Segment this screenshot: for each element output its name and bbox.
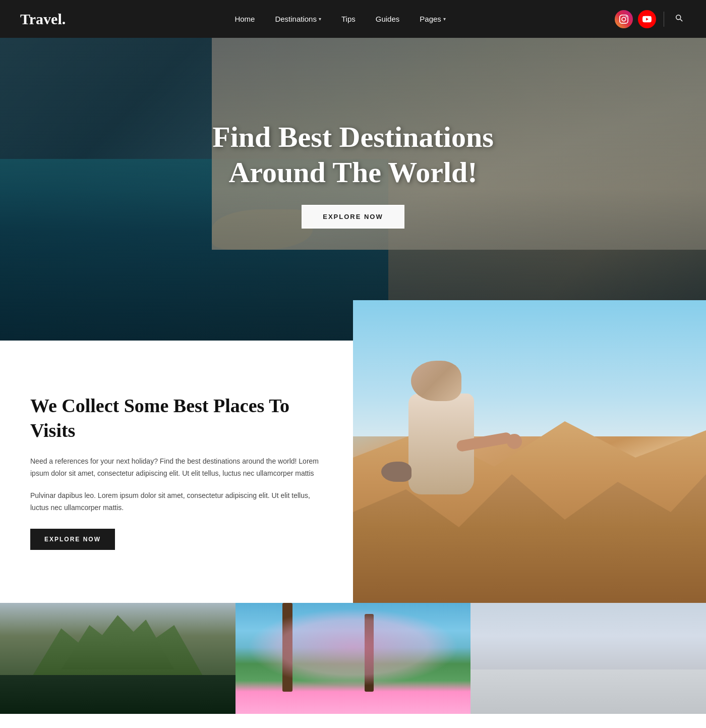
desert-figure — [406, 366, 497, 527]
blossom-overlay — [247, 608, 459, 686]
youtube-icon — [642, 15, 652, 24]
mountain-silhouette — [24, 608, 212, 675]
mountain-base — [0, 675, 236, 714]
chevron-down-icon: ▾ — [319, 16, 321, 22]
bottom-image-3 — [470, 603, 706, 714]
bottom-image-1 — [0, 603, 236, 714]
tree-trunk-2 — [365, 614, 374, 692]
nav-item-destinations[interactable]: Destinations ▾ — [275, 15, 321, 23]
nav-divider — [664, 12, 664, 27]
ground-layer — [470, 669, 706, 714]
nav-item-home[interactable]: Home — [234, 15, 255, 23]
about-right — [353, 341, 706, 603]
nav-item-pages[interactable]: Pages ▾ — [420, 15, 446, 23]
instagram-button[interactable] — [615, 10, 633, 28]
about-left: We Collect Some Best Places To Visits Ne… — [0, 341, 353, 603]
figure-wrap — [411, 361, 461, 401]
bottom-image-2 — [236, 603, 471, 714]
nav-right — [615, 10, 686, 28]
about-paragraph-2: Pulvinar dapibus leo. Lorem ipsum dolor … — [30, 490, 323, 514]
about-title: We Collect Some Best Places To Visits — [30, 394, 323, 443]
figure-hand — [507, 434, 522, 449]
instagram-icon — [619, 15, 628, 24]
youtube-button[interactable] — [638, 10, 656, 28]
hero-title: Find Best Destinations Around The World! — [177, 120, 530, 190]
about-paragraph-1: Need a references for your next holiday?… — [30, 456, 323, 480]
about-section: We Collect Some Best Places To Visits Ne… — [0, 341, 706, 603]
about-image — [353, 300, 706, 603]
tree-trunk-1 — [282, 603, 292, 692]
hero-explore-button[interactable]: EXPLORE NOW — [302, 205, 404, 229]
nav-item-guides[interactable]: Guides — [376, 15, 400, 23]
nav-item-tips[interactable]: Tips — [341, 15, 356, 23]
hero-section: Find Best Destinations Around The World!… — [0, 38, 706, 341]
nav-links: Home Destinations ▾ Tips Guides Pages ▾ — [234, 15, 445, 23]
bottom-images-row — [0, 603, 706, 714]
navbar: Travel. Home Destinations ▾ Tips Guides — [0, 0, 706, 38]
about-image-wrapper — [353, 300, 706, 603]
about-explore-button[interactable]: EXPLORE NOW — [30, 529, 115, 550]
rock-1 — [381, 462, 411, 482]
chevron-down-icon: ▾ — [443, 16, 446, 22]
search-button[interactable] — [672, 11, 686, 27]
logo[interactable]: Travel. — [20, 11, 66, 28]
hero-content: Find Best Destinations Around The World!… — [177, 120, 530, 229]
search-icon — [674, 13, 683, 22]
